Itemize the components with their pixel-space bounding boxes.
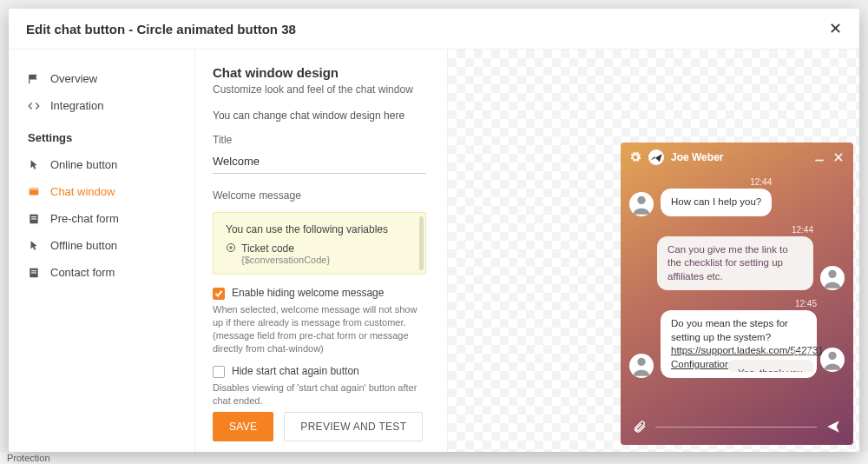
- section-title: Chat window design: [213, 65, 426, 80]
- svg-rect-3: [31, 216, 36, 217]
- sidebar-item-online-button[interactable]: Online button: [9, 151, 194, 178]
- sidebar-item-contact-form[interactable]: Contact form: [9, 259, 194, 286]
- checkbox-row-hide-welcome[interactable]: Enable hiding welcome message: [213, 287, 426, 300]
- close-chat-icon[interactable]: [832, 151, 845, 163]
- message-timestamp: 12:45: [661, 299, 817, 308]
- checkbox-row-hide-start[interactable]: Hide start chat again button: [213, 365, 426, 378]
- code-icon: [28, 100, 40, 112]
- variables-title: You can use the following variables: [226, 223, 413, 235]
- chat-input-bar: [621, 410, 853, 445]
- message-row-customer-peek: 12:46 Yes, thank you: [629, 348, 845, 372]
- chat-window-preview: Joe Weber 12:44 How can I help you?: [621, 143, 853, 445]
- sidebar-item-chat-window[interactable]: Chat window: [9, 178, 194, 205]
- section-subtitle: Customize look and feel of the chat wind…: [213, 83, 426, 96]
- form-scroll[interactable]: Chat window design Customize look and fe…: [213, 65, 430, 405]
- sidebar-item-label: Chat window: [50, 185, 115, 198]
- checkbox-help-hide-welcome: When selected, welcome message will not …: [213, 303, 426, 355]
- modal-body: Overview Integration Settings Online but…: [9, 50, 859, 452]
- svg-rect-7: [31, 272, 36, 273]
- svg-point-11: [828, 270, 836, 278]
- person-icon: [629, 192, 654, 216]
- sidebar-item-overview[interactable]: Overview: [9, 65, 194, 92]
- svg-point-10: [637, 196, 645, 203]
- message-row-customer: 12:44 Can you give me the link to the ch…: [629, 225, 845, 291]
- message-bubble: Yes, thank you: [727, 360, 813, 372]
- form-button-row: SAVE PREVIEW AND TEST: [213, 405, 430, 452]
- helper-text: You can change chat window design here: [213, 109, 426, 122]
- save-button[interactable]: SAVE: [213, 412, 273, 441]
- welcome-message-label: Welcome message: [213, 189, 426, 202]
- preview-test-button[interactable]: PREVIEW AND TEST: [284, 412, 423, 441]
- modal-header: Edit chat button - Circle animated butto…: [9, 9, 859, 50]
- preview-pane: Joe Weber 12:44 How can I help you?: [447, 50, 859, 452]
- pointer-icon: [28, 240, 40, 252]
- pointer-icon: [28, 159, 40, 171]
- svg-rect-1: [30, 188, 39, 189]
- checkbox-icon: [213, 288, 225, 300]
- message-timestamp: 12:44: [792, 225, 813, 235]
- sidebar-item-label: Overview: [50, 72, 97, 85]
- chat-body: 12:44 How can I help you? 12:44 Can you …: [621, 172, 853, 410]
- chat-header: Joe Weber: [621, 143, 853, 172]
- background-app-footer: Protection: [0, 452, 868, 464]
- checkbox-label: Hide start chat again button: [232, 365, 359, 377]
- modal-title: Edit chat button - Circle animated butto…: [26, 22, 296, 36]
- sidebar-item-label: Online button: [50, 158, 117, 171]
- minimize-icon[interactable]: [813, 151, 825, 163]
- svg-rect-6: [31, 270, 36, 271]
- sidebar-item-label: Offline button: [50, 239, 117, 252]
- agent-avatar-icon: [648, 149, 664, 165]
- sidebar-item-integration[interactable]: Integration: [9, 92, 194, 119]
- variable-code: {$conversationCode}: [241, 255, 413, 265]
- bg-footer-label: Protection: [7, 453, 50, 463]
- window-icon: [28, 186, 40, 198]
- sidebar-item-pre-chat-form[interactable]: Pre-chat form: [9, 205, 194, 232]
- sidebar-item-label: Pre-chat form: [50, 212, 119, 225]
- person-icon: [820, 266, 845, 290]
- checkbox-icon: [213, 366, 225, 378]
- message-bubble: Can you give me the link to the checklis…: [657, 236, 813, 291]
- edit-chat-button-modal: Edit chat button - Circle animated butto…: [9, 9, 859, 452]
- checkbox-label: Enable hiding welcome message: [232, 287, 384, 299]
- gear-icon[interactable]: [629, 151, 641, 163]
- form-pane: Chat window design Customize look and fe…: [195, 50, 447, 452]
- message-bubble: How can I help you?: [661, 189, 772, 216]
- message-text: Do you mean the steps for setting up the…: [671, 318, 788, 342]
- form-icon: [28, 213, 40, 225]
- close-icon[interactable]: ✕: [829, 21, 842, 36]
- agent-name: Joe Weber: [671, 151, 723, 163]
- svg-point-13: [828, 352, 836, 360]
- form-icon: [28, 267, 40, 279]
- variables-box: You can use the following variables Tick…: [213, 212, 426, 275]
- sidebar-item-offline-button[interactable]: Offline button: [9, 232, 194, 259]
- svg-rect-4: [31, 218, 36, 219]
- person-icon: [820, 348, 845, 372]
- sidebar-item-label: Contact form: [50, 266, 115, 279]
- message-timestamp: 12:44: [661, 177, 772, 187]
- sidebar-section-label: Settings: [9, 119, 194, 151]
- main-area: Chat window design Customize look and fe…: [195, 50, 859, 452]
- message-timestamp: 12:46: [792, 348, 813, 358]
- sidebar: Overview Integration Settings Online but…: [9, 50, 195, 452]
- variables-scrollbar[interactable]: [419, 216, 424, 270]
- sidebar-item-label: Integration: [50, 99, 103, 112]
- chat-text-input[interactable]: [655, 427, 817, 428]
- checkbox-help-hide-start: Disables viewing of 'start chat again' b…: [213, 381, 426, 405]
- title-input[interactable]: [213, 149, 426, 174]
- variable-item[interactable]: Ticket code: [226, 242, 413, 255]
- variable-label: Ticket code: [241, 242, 294, 255]
- send-icon[interactable]: [825, 419, 841, 434]
- attachment-icon[interactable]: [633, 420, 647, 434]
- circle-plus-icon: [226, 242, 236, 253]
- message-row-agent: 12:44 How can I help you?: [629, 177, 845, 216]
- flag-icon: [28, 73, 40, 85]
- title-field-label: Title: [213, 134, 426, 146]
